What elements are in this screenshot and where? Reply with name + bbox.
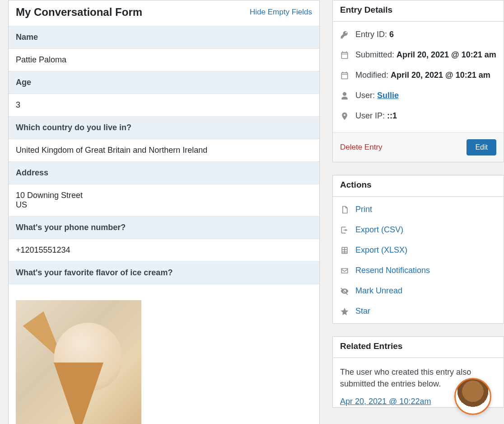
entry-details-title: Entry Details [333,0,504,22]
field-value-icecream: Vanilla [9,284,319,424]
delete-entry-link[interactable]: Delete Entry [340,143,383,152]
field-value-address: 10 Downing Street US [9,184,319,216]
related-entry-link[interactable]: Apr 20, 2021 @ 10:22am [340,397,431,406]
action-star[interactable]: Star [340,306,496,316]
user-icon [340,91,349,100]
calendar-icon [340,71,349,80]
action-export-xlsx[interactable]: Export (XLSX) [340,245,496,255]
hide-empty-fields-link[interactable]: Hide Empty Fields [250,8,312,17]
export-icon [340,226,349,235]
file-icon [340,205,349,214]
field-label-name: Name [9,26,319,49]
field-value-age: 3 [9,94,319,116]
modified-row: Modified: April 20, 2021 @ 10:21 am [340,71,496,80]
submitted-row: Submitted: April 20, 2021 @ 10:21 am [340,50,496,60]
form-title: My Conversational Form [16,6,142,19]
action-resend-notifications[interactable]: Resend Notifications [340,266,496,275]
eye-slash-icon [340,287,349,296]
field-label-phone: What's your phone number? [9,216,319,239]
help-avatar-badge[interactable] [454,378,491,415]
related-entries-title: Related Entries [333,337,504,358]
userip-row: User IP: ::1 [340,111,496,121]
field-value-name: Pattie Paloma [9,49,319,71]
action-export-csv[interactable]: Export (CSV) [340,225,496,235]
form-entry-panel: My Conversational Form Hide Empty Fields… [8,0,320,424]
location-icon [340,112,349,121]
field-label-icecream: What's your favorite flavor of ice cream… [9,261,319,284]
edit-button[interactable]: Edit [467,139,496,155]
envelope-icon [340,266,349,275]
user-link[interactable]: Sullie [377,91,399,100]
star-icon [340,307,349,316]
entry-id-row: Entry ID: 6 [340,30,496,39]
action-print[interactable]: Print [340,205,496,214]
field-label-address: Address [9,161,319,184]
icecream-image [16,300,141,424]
calendar-icon [340,51,349,60]
actions-panel: Actions Print Export (CSV) [332,175,504,324]
field-label-age: Age [9,71,319,94]
field-label-country: Which country do you live in? [9,116,319,139]
action-mark-unread[interactable]: Mark Unread [340,286,496,296]
field-value-phone: +12015551234 [9,239,319,261]
key-icon [340,30,349,39]
field-value-country: United Kingdom of Great Britain and Nort… [9,139,319,161]
user-row: User: Sullie [340,91,496,100]
entry-details-panel: Entry Details Entry ID: 6 Submitted: Apr… [332,0,504,162]
actions-title: Actions [333,175,504,197]
spreadsheet-icon [340,246,349,255]
